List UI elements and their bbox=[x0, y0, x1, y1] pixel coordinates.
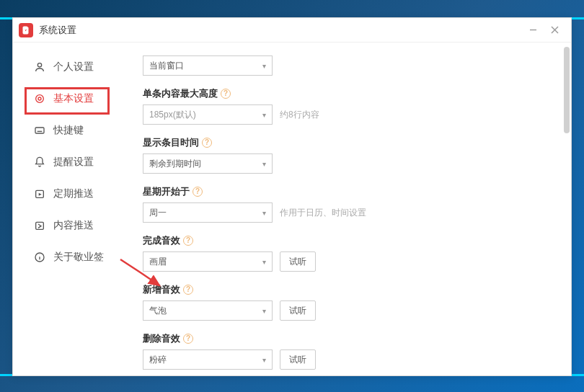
info-icon bbox=[33, 251, 46, 264]
help-icon[interactable]: ? bbox=[183, 334, 193, 344]
app-icon bbox=[19, 23, 33, 37]
help-icon[interactable]: ? bbox=[202, 138, 212, 148]
help-icon[interactable]: ? bbox=[221, 89, 231, 99]
select-value: 粉碎 bbox=[149, 354, 167, 366]
select-value: 气泡 bbox=[149, 305, 167, 317]
chevron-down-icon: ▾ bbox=[262, 258, 266, 266]
sidebar-item-label: 快捷键 bbox=[53, 124, 84, 137]
chevron-down-icon: ▾ bbox=[262, 307, 266, 315]
chevron-down-icon: ▾ bbox=[262, 209, 266, 217]
max-height-select[interactable]: 185px(默认) ▾ bbox=[143, 104, 273, 125]
svg-point-3 bbox=[37, 63, 41, 67]
select-value: 剩余到期时间 bbox=[149, 158, 201, 170]
svg-point-4 bbox=[38, 97, 41, 100]
sidebar-item-basic[interactable]: 基本设置 bbox=[13, 83, 121, 115]
sound-delete-test-button[interactable]: 试听 bbox=[280, 349, 316, 370]
select-value: 185px(默认) bbox=[149, 109, 196, 121]
chevron-down-icon: ▾ bbox=[262, 356, 266, 364]
chevron-down-icon: ▾ bbox=[262, 62, 266, 70]
help-icon[interactable]: ? bbox=[193, 187, 203, 197]
keyboard-icon bbox=[33, 124, 46, 137]
sidebar-item-shortcut[interactable]: 快捷键 bbox=[13, 115, 121, 146]
sidebar-item-about[interactable]: 关于敬业签 bbox=[13, 241, 121, 273]
week-start-hint: 作用于日历、时间设置 bbox=[280, 207, 366, 219]
select-value: 周一 bbox=[149, 207, 167, 219]
sidebar-item-label: 提醒设置 bbox=[53, 156, 94, 169]
sidebar-item-label: 关于敬业签 bbox=[53, 251, 104, 264]
sidebar-item-reminder[interactable]: 提醒设置 bbox=[13, 146, 121, 178]
sidebar-item-label: 基本设置 bbox=[53, 92, 94, 105]
help-icon[interactable]: ? bbox=[183, 285, 193, 295]
scrollbar-thumb[interactable] bbox=[564, 47, 570, 133]
user-icon bbox=[33, 61, 46, 74]
sound-add-label: 新增音效 ? bbox=[143, 283, 545, 296]
max-height-label: 单条内容最大高度 ? bbox=[143, 87, 545, 100]
week-start-label: 星期开始于 ? bbox=[143, 185, 545, 198]
sidebar: 个人设置 基本设置 快捷键 提醒设置 bbox=[13, 43, 121, 375]
window-target-select[interactable]: 当前窗口 ▾ bbox=[143, 55, 273, 76]
chevron-down-icon: ▾ bbox=[262, 111, 266, 119]
sound-complete-select[interactable]: 画眉 ▾ bbox=[143, 251, 273, 272]
sound-complete-label: 完成音效 ? bbox=[143, 234, 545, 247]
help-icon[interactable]: ? bbox=[183, 236, 193, 246]
svg-marker-9 bbox=[39, 193, 42, 196]
display-time-label: 显示条目时间 ? bbox=[143, 136, 545, 149]
svg-rect-6 bbox=[35, 128, 44, 133]
svg-rect-10 bbox=[36, 222, 44, 229]
select-value: 当前窗口 bbox=[149, 60, 184, 72]
svg-point-5 bbox=[36, 95, 44, 103]
content-pane: 当前窗口 ▾ 单条内容最大高度 ? 185px(默认) ▾ 约8行内容 bbox=[121, 43, 571, 375]
sidebar-item-label: 个人设置 bbox=[53, 61, 94, 74]
sound-add-select[interactable]: 气泡 ▾ bbox=[143, 300, 273, 321]
chevron-down-icon: ▾ bbox=[262, 160, 266, 168]
sidebar-item-content-push[interactable]: 内容推送 bbox=[13, 210, 121, 241]
calendar-push-icon bbox=[33, 187, 46, 200]
bell-icon bbox=[33, 156, 46, 169]
max-height-hint: 约8行内容 bbox=[280, 109, 319, 121]
close-button[interactable] bbox=[544, 22, 565, 39]
sidebar-item-label: 定期推送 bbox=[53, 187, 94, 200]
sound-add-test-button[interactable]: 试听 bbox=[280, 300, 316, 321]
window-title: 系统设置 bbox=[39, 24, 76, 37]
settings-window: 系统设置 个人设置 基本设置 bbox=[12, 17, 572, 376]
send-icon bbox=[33, 219, 46, 232]
minimize-button[interactable] bbox=[522, 22, 544, 39]
display-time-select[interactable]: 剩余到期时间 ▾ bbox=[143, 153, 273, 174]
titlebar: 系统设置 bbox=[13, 18, 571, 43]
sidebar-item-label: 内容推送 bbox=[53, 219, 94, 232]
sound-complete-test-button[interactable]: 试听 bbox=[280, 251, 316, 272]
sidebar-item-schedule-push[interactable]: 定期推送 bbox=[13, 178, 121, 210]
select-value: 画眉 bbox=[149, 256, 167, 268]
sidebar-item-personal[interactable]: 个人设置 bbox=[13, 51, 121, 83]
gear-icon bbox=[33, 92, 46, 105]
week-start-select[interactable]: 周一 ▾ bbox=[143, 202, 273, 223]
sound-delete-select[interactable]: 粉碎 ▾ bbox=[143, 349, 273, 370]
sound-delete-label: 删除音效 ? bbox=[143, 332, 545, 345]
